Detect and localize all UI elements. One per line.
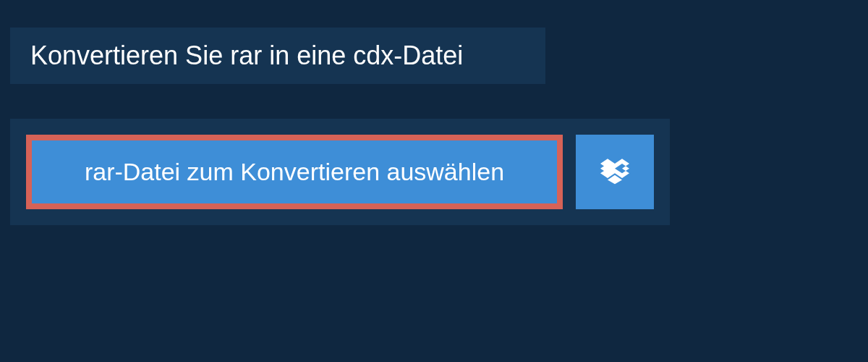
select-file-button[interactable]: rar-Datei zum Konvertieren auswählen (26, 135, 563, 209)
select-file-label: rar-Datei zum Konvertieren auswählen (85, 158, 504, 186)
title-bar: Konvertieren Sie rar in eine cdx-Datei (10, 28, 545, 84)
dropbox-icon (600, 156, 629, 188)
action-row: rar-Datei zum Konvertieren auswählen (10, 119, 670, 225)
page-title: Konvertieren Sie rar in eine cdx-Datei (30, 41, 525, 71)
dropbox-button[interactable] (576, 135, 654, 209)
